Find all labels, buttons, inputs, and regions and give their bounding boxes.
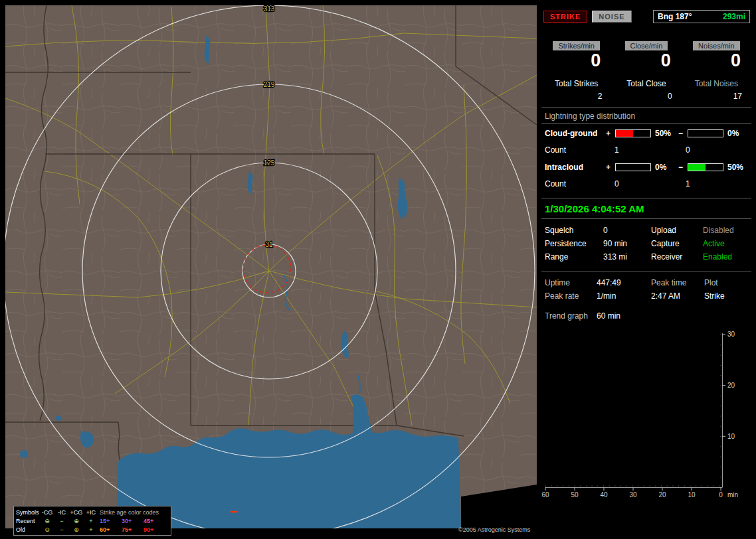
cg-pos-old-icon: ⊕ [69, 526, 84, 533]
cg-neg-old-icon: ⊖ [40, 526, 54, 533]
cloud-ground-row: Cloud-ground + 50% − 0% [541, 124, 751, 142]
map-legend: Symbols -CG -IC +CG +IC Strike age color… [13, 506, 171, 536]
trend-x-tick: 60 [541, 491, 549, 499]
ic-pos-recent-icon: + [84, 518, 98, 524]
squelch-label: Squelch [545, 226, 603, 235]
minus-sign: − [678, 163, 688, 172]
lake [56, 416, 61, 421]
datetime-display: 1/30/2026 4:04:52 AM [541, 198, 751, 218]
bearing-label: Bng 187° [658, 12, 692, 21]
trend-x-tick: 20 [658, 491, 666, 499]
legend-symbols-header: Symbols [16, 509, 40, 516]
cloud-ground-count-row: Count 1 0 [541, 142, 751, 158]
trend-x-unit: min [727, 491, 738, 499]
noise-button[interactable]: NOISE [592, 11, 631, 23]
cg-neg-recent-icon: ⊖ [40, 518, 54, 524]
ic-positive-bar [615, 163, 651, 171]
ic-neg-recent-icon: − [54, 518, 69, 524]
age-code: 60+ [98, 526, 120, 533]
legend-col-cg-neg: -CG [40, 509, 54, 516]
map-view[interactable]: 313 219 125 31 [5, 5, 537, 528]
uptime-value: 447:49 [597, 278, 651, 287]
ic-negative-bar [688, 163, 723, 171]
age-code: 15+ [98, 518, 120, 524]
cg-negative-pct: 0% [727, 129, 751, 138]
rate-counters: Strikes/min 0 Close/min 0 Noises/min 0 [541, 41, 751, 69]
ic-negative-pct: 50% [727, 163, 751, 172]
total-noises-label: Total Noises [682, 79, 751, 88]
plus-sign: + [606, 163, 615, 172]
close-per-min-value: 0 [611, 52, 681, 69]
trend-x-tick: 10 [688, 491, 696, 499]
trend-x-tick: 40 [600, 491, 608, 499]
intracloud-count-row: Count 0 1 [541, 176, 751, 192]
age-code: 90+ [142, 526, 164, 533]
totals-row: Total Strikes 2 Total Close 0 Total Nois… [541, 79, 751, 101]
ic-pos-old-icon: + [84, 526, 98, 533]
range-label: 219 [264, 81, 275, 88]
copyright-text: ©2005 Astrogenic Systems [458, 526, 530, 533]
ic-neg-old-icon: − [54, 526, 69, 533]
cg-positive-pct: 50% [655, 129, 678, 138]
peak-time-value: 2:47 AM [651, 291, 704, 301]
age-code: 75+ [120, 526, 142, 533]
peak-rate-label: Peak rate [545, 291, 597, 301]
trend-graph: 60 50 40 30 20 10 0 min 30 20 10 [541, 327, 751, 501]
age-code: 30+ [120, 518, 142, 524]
app-window: 313 219 125 31 Symbols -CG -IC +CG +IC S… [0, 0, 756, 539]
intracloud-row: Intracloud + 0% − 50% [541, 158, 751, 176]
cg-positive-count: 1 [614, 145, 686, 155]
cloud-ground-label: Cloud-ground [545, 129, 606, 138]
minus-sign: − [678, 129, 688, 138]
distribution-title: Lightning type distribution [541, 108, 751, 122]
intracloud-label: Intracloud [545, 163, 606, 172]
peak-time-label: Peak time [651, 278, 704, 287]
bearing-range: 293mi [723, 12, 745, 21]
range-label: Range [545, 252, 603, 262]
ic-positive-pct: 0% [655, 163, 678, 172]
legend-col-ic-neg: -IC [54, 509, 69, 516]
side-panel: STRIKE NOISE Bng 187° 293mi Strikes/min … [541, 5, 751, 534]
receiver-label: Receiver [651, 252, 703, 262]
count-label: Count [545, 179, 614, 189]
ic-positive-count: 0 [614, 179, 686, 189]
persistence-value: 90 min [603, 239, 651, 248]
strike-button[interactable]: STRIKE [543, 11, 587, 23]
plus-sign: + [606, 129, 615, 138]
lake [20, 450, 28, 458]
map-svg: 313 219 125 31 [5, 5, 537, 528]
capture-value: Active [703, 239, 725, 248]
legend-recent-label: Recent [16, 518, 40, 524]
range-label: 125 [264, 159, 275, 167]
cg-negative-bar [688, 129, 723, 137]
upload-label: Upload [651, 226, 703, 235]
age-code: 45+ [142, 518, 164, 524]
persistence-label: Persistence [545, 239, 603, 248]
cg-pos-recent-icon: ⊕ [69, 518, 84, 524]
plot-value: Strike [704, 291, 725, 301]
trend-x-tick: 50 [571, 491, 579, 499]
status-table: Squelch 0 Upload Disabled Persistence 90… [541, 219, 751, 265]
total-close-label: Total Close [611, 79, 681, 88]
trend-x-tick: 30 [629, 491, 637, 499]
strikes-per-min-label: Strikes/min [553, 41, 599, 50]
total-noises-value: 17 [682, 92, 751, 101]
trend-x-tick: 0 [719, 491, 723, 499]
legend-col-cg-pos: +CG [69, 509, 84, 516]
trend-graph-label: Trend graph [545, 311, 597, 321]
ic-negative-count: 1 [686, 179, 690, 189]
range-label: 313 [264, 5, 275, 13]
trend-y-tick: 30 [727, 331, 735, 338]
legend-old-label: Old [16, 526, 40, 533]
receiver-value: Enabled [703, 252, 732, 262]
bearing-box: Bng 187° 293mi [653, 10, 750, 23]
range-value: 313 mi [603, 252, 651, 262]
legend-age-header: Strike age color codes [98, 509, 169, 516]
trend-y-tick: 10 [727, 433, 735, 440]
total-close-value: 0 [611, 92, 681, 101]
strikes-per-min-value: 0 [541, 52, 611, 69]
close-per-min-label: Close/min [625, 41, 668, 50]
squelch-value: 0 [603, 226, 651, 235]
upload-value: Disabled [703, 226, 734, 235]
count-label: Count [545, 145, 614, 155]
